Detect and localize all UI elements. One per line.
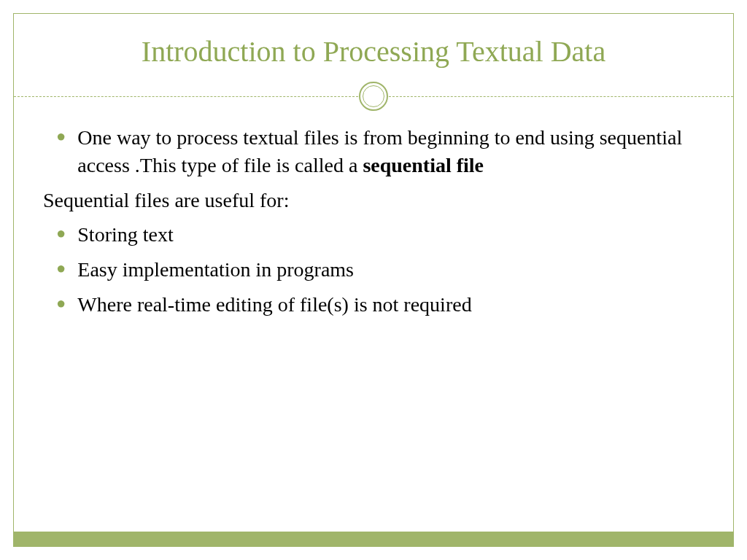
- bullet-marker-icon: ●: [56, 124, 66, 179]
- bullet-text: Where real-time editing of file(s) is no…: [77, 291, 704, 319]
- bullet-text: One way to process textual files is from…: [77, 124, 704, 179]
- bullet-text: Storing text: [77, 221, 704, 249]
- divider-circle-inner-icon: [363, 85, 384, 107]
- bottom-accent-bar: [13, 532, 734, 547]
- bullet-item: ● One way to process textual files is fr…: [43, 124, 704, 179]
- divider-circle-icon: [359, 82, 388, 111]
- slide-content: ● One way to process textual files is fr…: [14, 111, 733, 341]
- bullet-marker-icon: ●: [56, 256, 66, 284]
- bullet-marker-icon: ●: [56, 291, 66, 319]
- bullet-item: ● Where real-time editing of file(s) is …: [43, 291, 704, 319]
- bullet-marker-icon: ●: [56, 221, 66, 249]
- bullet-item: ● Storing text: [43, 221, 704, 249]
- slide-frame: Introduction to Processing Textual Data …: [13, 13, 734, 532]
- slide-title: Introduction to Processing Textual Data: [14, 14, 733, 82]
- title-divider: [14, 82, 733, 111]
- bullet-text-bold: sequential file: [363, 154, 484, 176]
- bullet-item: ● Easy implementation in programs: [43, 256, 704, 284]
- plain-text: Sequential files are useful for:: [43, 187, 704, 214]
- bullet-text: Easy implementation in programs: [77, 256, 704, 284]
